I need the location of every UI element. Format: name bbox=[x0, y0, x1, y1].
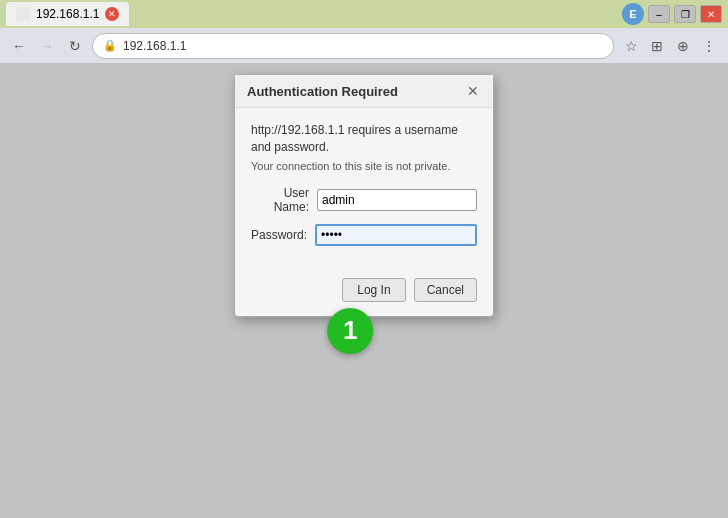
dialog-close-button[interactable]: ✕ bbox=[465, 83, 481, 99]
browser-tab[interactable]: 192.168.1.1 ✕ bbox=[6, 2, 129, 26]
dialog-warning: Your connection to this site is not priv… bbox=[251, 160, 477, 172]
bookmark-icon[interactable]: ☆ bbox=[620, 35, 642, 57]
menu-icon[interactable]: ⋮ bbox=[698, 35, 720, 57]
dialog-title-bar: Authentication Required ✕ bbox=[235, 75, 493, 108]
restore-button[interactable]: ❐ bbox=[674, 5, 696, 23]
browser-icon[interactable]: ⊕ bbox=[672, 35, 694, 57]
minimize-button[interactable]: – bbox=[648, 5, 670, 23]
forward-button[interactable]: → bbox=[36, 35, 58, 57]
address-lock-icon: 🔒 bbox=[103, 39, 117, 52]
nav-right-controls: ☆ ⊞ ⊕ ⋮ bbox=[620, 35, 720, 57]
page-content: Authentication Required ✕ http://192.168… bbox=[0, 64, 728, 518]
profile-letter: E bbox=[622, 3, 644, 25]
modal-overlay: Authentication Required ✕ http://192.168… bbox=[0, 64, 728, 518]
password-label: Password: bbox=[251, 228, 307, 242]
cancel-button[interactable]: Cancel bbox=[414, 278, 477, 302]
dialog-body: http://192.168.1.1 requires a username a… bbox=[235, 108, 493, 270]
address-text: 192.168.1.1 bbox=[123, 39, 186, 53]
username-input[interactable] bbox=[317, 189, 477, 211]
browser-window: 192.168.1.1 ✕ E – ❐ ✕ ← → ↻ 🔒 192.168.1.… bbox=[0, 0, 728, 518]
window-controls: E – ❐ ✕ bbox=[622, 3, 722, 25]
tab-close-button[interactable]: ✕ bbox=[105, 7, 119, 21]
password-row: Password: bbox=[251, 224, 477, 246]
tab-favicon bbox=[16, 7, 30, 21]
password-input[interactable] bbox=[315, 224, 477, 246]
auth-dialog: Authentication Required ✕ http://192.168… bbox=[234, 74, 494, 317]
back-button[interactable]: ← bbox=[8, 35, 30, 57]
step-badge-1: 1 bbox=[327, 308, 373, 354]
username-row: User Name: bbox=[251, 186, 477, 214]
login-button[interactable]: Log In bbox=[342, 278, 405, 302]
nav-bar: ← → ↻ 🔒 192.168.1.1 ☆ ⊞ ⊕ ⋮ bbox=[0, 28, 728, 64]
tab-label: 192.168.1.1 bbox=[36, 7, 99, 21]
title-bar: 192.168.1.1 ✕ E – ❐ ✕ bbox=[0, 0, 728, 28]
reload-button[interactable]: ↻ bbox=[64, 35, 86, 57]
username-label: User Name: bbox=[251, 186, 309, 214]
extensions-icon[interactable]: ⊞ bbox=[646, 35, 668, 57]
dialog-buttons: Log In Cancel bbox=[235, 270, 493, 316]
close-button[interactable]: ✕ bbox=[700, 5, 722, 23]
dialog-message: http://192.168.1.1 requires a username a… bbox=[251, 122, 477, 156]
address-bar[interactable]: 🔒 192.168.1.1 bbox=[92, 33, 614, 59]
dialog-title: Authentication Required bbox=[247, 84, 398, 99]
